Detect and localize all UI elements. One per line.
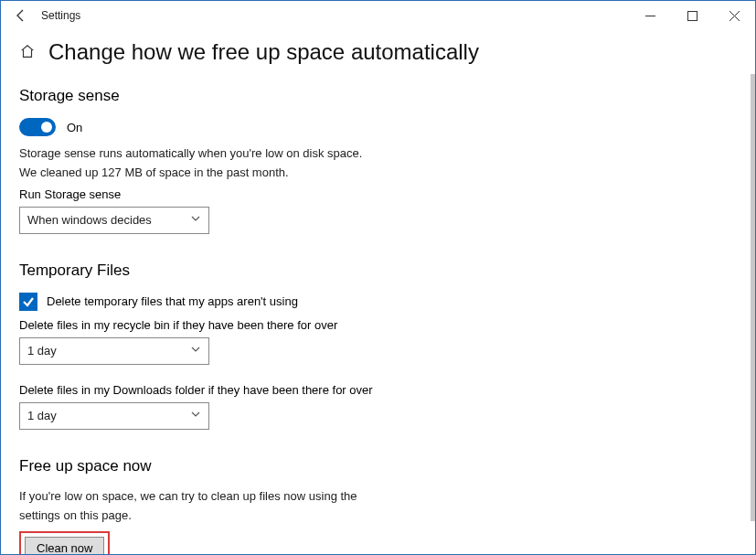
storage-sense-toggle[interactable] xyxy=(19,118,56,136)
clean-now-button[interactable]: Clean now xyxy=(25,537,104,555)
svg-rect-0 xyxy=(687,11,697,20)
downloads-value: 1 day xyxy=(27,409,57,422)
chevron-down-icon xyxy=(190,344,201,358)
page-title: Change how we free up space automaticall… xyxy=(48,39,479,65)
recycle-bin-label: Delete files in my recycle bin if they h… xyxy=(19,318,737,332)
storage-sense-toggle-label: On xyxy=(67,121,82,134)
clean-now-highlight: Clean now xyxy=(19,531,110,555)
recycle-bin-value: 1 day xyxy=(27,344,57,358)
free-up-desc-1: If you're low on space, we can try to cl… xyxy=(19,488,737,506)
downloads-label: Delete files in my Downloads folder if t… xyxy=(19,383,737,397)
run-storage-sense-select[interactable]: When windows decides xyxy=(19,207,209,234)
close-button[interactable] xyxy=(713,1,755,30)
app-title: Settings xyxy=(41,9,80,22)
window-controls xyxy=(629,1,755,30)
minimize-button[interactable] xyxy=(629,1,671,30)
maximize-button[interactable] xyxy=(671,1,713,30)
chevron-down-icon xyxy=(190,409,201,422)
section-storage-sense: Storage sense On Storage sense runs auto… xyxy=(19,87,737,234)
delete-temp-checkbox[interactable] xyxy=(19,293,37,311)
run-storage-sense-label: Run Storage sense xyxy=(19,187,737,201)
section-temporary-files: Temporary Files Delete temporary files t… xyxy=(19,261,737,430)
free-up-desc-2: settings on this page. xyxy=(19,507,737,525)
storage-sense-desc-2: We cleaned up 127 MB of space in the pas… xyxy=(19,165,737,182)
titlebar: Settings xyxy=(1,1,755,30)
run-storage-sense-value: When windows decides xyxy=(27,213,152,227)
storage-sense-desc-1: Storage sense runs automatically when yo… xyxy=(19,145,737,163)
delete-temp-label: Delete temporary files that my apps aren… xyxy=(47,294,298,308)
section-free-up-space: Free up space now If you're low on space… xyxy=(19,457,737,555)
back-button[interactable] xyxy=(8,3,34,28)
chevron-down-icon xyxy=(190,213,201,227)
downloads-select[interactable]: 1 day xyxy=(19,402,209,430)
vertical-scrollbar[interactable] xyxy=(751,74,755,521)
storage-sense-heading: Storage sense xyxy=(19,87,737,105)
recycle-bin-select[interactable]: 1 day xyxy=(19,337,209,365)
temporary-files-heading: Temporary Files xyxy=(19,261,737,280)
home-icon[interactable] xyxy=(19,43,36,62)
free-up-heading: Free up space now xyxy=(19,457,737,475)
